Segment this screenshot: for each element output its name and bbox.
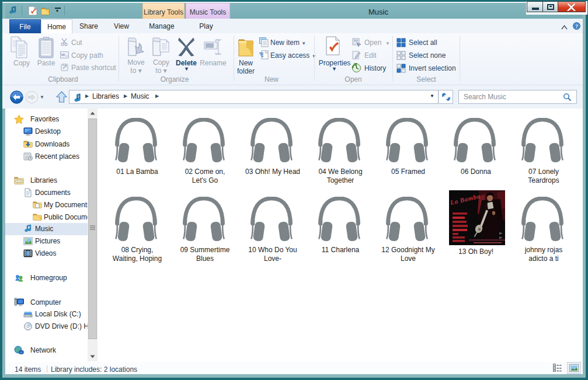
svg-text:?: ? bbox=[575, 23, 579, 29]
